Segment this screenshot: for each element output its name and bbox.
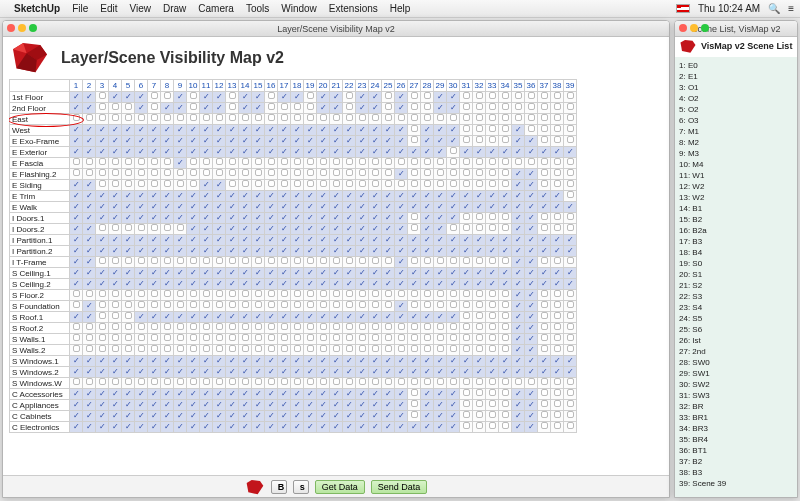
visibility-cell[interactable] xyxy=(356,169,369,180)
layer-name[interactable]: S Ceiling.1 xyxy=(10,268,70,279)
visibility-cell[interactable] xyxy=(213,334,226,345)
visibility-cell[interactable] xyxy=(317,345,330,356)
visibility-cell[interactable] xyxy=(135,158,148,169)
visibility-cell[interactable]: ✓ xyxy=(135,136,148,147)
visibility-cell[interactable]: ✓ xyxy=(239,411,252,422)
visibility-cell[interactable] xyxy=(161,334,174,345)
visibility-cell[interactable]: ✓ xyxy=(148,202,161,213)
visibility-cell[interactable]: ✓ xyxy=(512,169,525,180)
visibility-cell[interactable]: ✓ xyxy=(330,356,343,367)
visibility-cell[interactable]: ✓ xyxy=(252,103,265,114)
visibility-cell[interactable]: ✓ xyxy=(187,125,200,136)
visibility-cell[interactable] xyxy=(330,180,343,191)
visibility-cell[interactable] xyxy=(460,290,473,301)
visibility-cell[interactable] xyxy=(408,345,421,356)
visibility-cell[interactable] xyxy=(538,312,551,323)
visibility-cell[interactable] xyxy=(161,378,174,389)
visibility-cell[interactable]: ✓ xyxy=(317,147,330,158)
visibility-cell[interactable]: ✓ xyxy=(96,356,109,367)
visibility-cell[interactable]: ✓ xyxy=(434,279,447,290)
scene-item[interactable]: 21: S2 xyxy=(679,280,793,291)
visibility-cell[interactable] xyxy=(161,114,174,125)
visibility-cell[interactable]: ✓ xyxy=(512,224,525,235)
visibility-cell[interactable] xyxy=(434,290,447,301)
visibility-cell[interactable]: ✓ xyxy=(512,268,525,279)
visibility-cell[interactable] xyxy=(369,180,382,191)
visibility-cell[interactable]: ✓ xyxy=(421,367,434,378)
visibility-cell[interactable] xyxy=(538,301,551,312)
visibility-cell[interactable]: ✓ xyxy=(135,191,148,202)
scene-item[interactable]: 19: S0 xyxy=(679,258,793,269)
scene-item[interactable]: 24: S5 xyxy=(679,313,793,324)
menu-view[interactable]: View xyxy=(129,3,151,14)
visibility-cell[interactable] xyxy=(330,345,343,356)
visibility-cell[interactable]: ✓ xyxy=(460,202,473,213)
visibility-cell[interactable]: ✓ xyxy=(200,422,213,433)
visibility-cell[interactable]: ✓ xyxy=(70,213,83,224)
visibility-cell[interactable]: ✓ xyxy=(213,180,226,191)
visibility-cell[interactable]: ✓ xyxy=(161,389,174,400)
visibility-cell[interactable] xyxy=(343,92,356,103)
visibility-cell[interactable] xyxy=(395,345,408,356)
visibility-cell[interactable]: ✓ xyxy=(382,400,395,411)
visibility-cell[interactable] xyxy=(96,312,109,323)
visibility-cell[interactable]: ✓ xyxy=(187,191,200,202)
visibility-cell[interactable]: ✓ xyxy=(421,422,434,433)
visibility-cell[interactable]: ✓ xyxy=(148,367,161,378)
visibility-cell[interactable] xyxy=(317,158,330,169)
visibility-cell[interactable] xyxy=(486,334,499,345)
visibility-cell[interactable] xyxy=(317,257,330,268)
col-header[interactable]: 19 xyxy=(304,80,317,92)
visibility-cell[interactable]: ✓ xyxy=(239,356,252,367)
visibility-cell[interactable]: ✓ xyxy=(278,268,291,279)
visibility-cell[interactable] xyxy=(369,114,382,125)
visibility-cell[interactable]: ✓ xyxy=(239,235,252,246)
visibility-cell[interactable] xyxy=(564,334,577,345)
visibility-cell[interactable]: ✓ xyxy=(291,202,304,213)
visibility-cell[interactable] xyxy=(421,114,434,125)
scene-item[interactable]: 2: E1 xyxy=(679,71,793,82)
col-header[interactable]: 33 xyxy=(486,80,499,92)
visibility-cell[interactable]: ✓ xyxy=(356,224,369,235)
visibility-cell[interactable]: ✓ xyxy=(70,312,83,323)
visibility-cell[interactable] xyxy=(174,334,187,345)
visibility-cell[interactable]: ✓ xyxy=(135,202,148,213)
visibility-cell[interactable] xyxy=(486,92,499,103)
visibility-cell[interactable] xyxy=(135,334,148,345)
col-header[interactable]: 22 xyxy=(343,80,356,92)
visibility-cell[interactable]: ✓ xyxy=(525,147,538,158)
visibility-cell[interactable] xyxy=(421,158,434,169)
visibility-cell[interactable]: ✓ xyxy=(122,400,135,411)
visibility-cell[interactable] xyxy=(109,334,122,345)
visibility-cell[interactable] xyxy=(382,257,395,268)
visibility-cell[interactable] xyxy=(135,301,148,312)
visibility-cell[interactable]: ✓ xyxy=(161,147,174,158)
visibility-cell[interactable]: ✓ xyxy=(278,213,291,224)
visibility-cell[interactable] xyxy=(538,345,551,356)
visibility-cell[interactable]: ✓ xyxy=(512,422,525,433)
visibility-cell[interactable]: ✓ xyxy=(395,202,408,213)
visibility-cell[interactable]: ✓ xyxy=(96,268,109,279)
visibility-cell[interactable]: ✓ xyxy=(161,279,174,290)
visibility-cell[interactable] xyxy=(473,422,486,433)
visibility-cell[interactable]: ✓ xyxy=(213,125,226,136)
visibility-cell[interactable] xyxy=(187,169,200,180)
visibility-cell[interactable]: ✓ xyxy=(317,356,330,367)
visibility-cell[interactable]: ✓ xyxy=(408,191,421,202)
visibility-cell[interactable]: ✓ xyxy=(109,389,122,400)
visibility-cell[interactable] xyxy=(161,257,174,268)
visibility-cell[interactable] xyxy=(421,180,434,191)
visibility-cell[interactable]: ✓ xyxy=(226,268,239,279)
visibility-cell[interactable]: ✓ xyxy=(252,356,265,367)
visibility-cell[interactable] xyxy=(356,301,369,312)
visibility-cell[interactable]: ✓ xyxy=(70,92,83,103)
visibility-cell[interactable] xyxy=(421,92,434,103)
visibility-cell[interactable]: ✓ xyxy=(291,147,304,158)
visibility-cell[interactable]: ✓ xyxy=(356,213,369,224)
visibility-cell[interactable] xyxy=(226,301,239,312)
visibility-cell[interactable] xyxy=(122,169,135,180)
layer-name[interactable]: S Roof.2 xyxy=(10,323,70,334)
visibility-cell[interactable]: ✓ xyxy=(512,290,525,301)
visibility-cell[interactable] xyxy=(421,301,434,312)
layer-name[interactable]: I T-Frame xyxy=(10,257,70,268)
